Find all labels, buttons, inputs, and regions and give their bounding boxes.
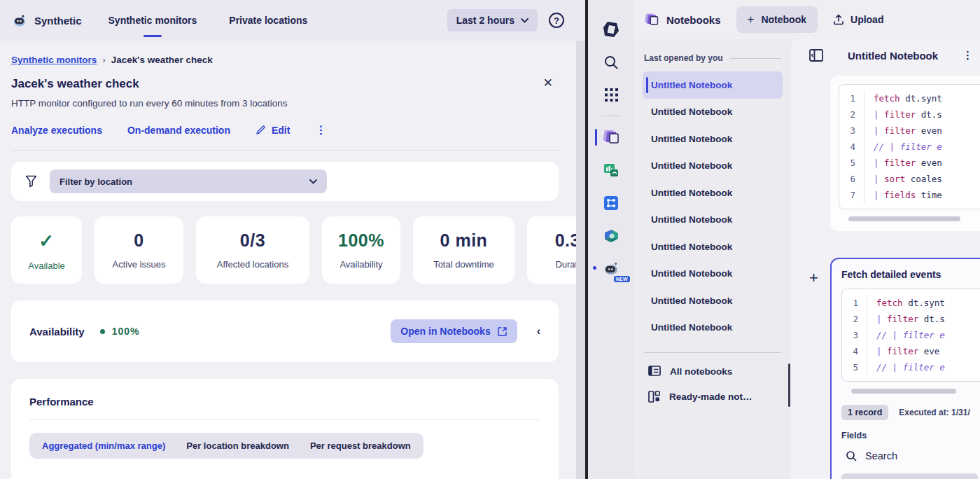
analyze-executions-button[interactable]: Analyze executions bbox=[11, 125, 102, 136]
code-text: // | filter e bbox=[867, 327, 945, 343]
ready-made-notebooks-item[interactable]: Ready-made not… bbox=[643, 384, 783, 410]
more-actions-kebab-icon[interactable]: ⋮ bbox=[315, 123, 326, 137]
fields-search-input[interactable]: Search bbox=[846, 450, 980, 461]
line-number: 5 bbox=[839, 155, 864, 171]
search-icon bbox=[846, 450, 857, 461]
token-co: // | filter e bbox=[874, 141, 942, 152]
time-range-selector[interactable]: Last 2 hours bbox=[447, 9, 538, 32]
app-identity: Synthetic bbox=[11, 12, 82, 29]
notebook-list-item[interactable]: Untitled Notebook bbox=[643, 287, 783, 314]
line-number: 2 bbox=[839, 106, 864, 123]
code-line: 5| filter even bbox=[839, 155, 980, 171]
edit-label: Edit bbox=[272, 125, 290, 136]
token-kw: filter bbox=[887, 346, 918, 356]
line-number: 1 bbox=[839, 90, 864, 106]
notebook-list-item[interactable]: Untitled Notebook bbox=[643, 125, 783, 153]
stat-value: 0 min bbox=[423, 230, 505, 251]
horizontal-scrollbar[interactable] bbox=[851, 389, 956, 394]
tab-private-locations[interactable]: Private locations bbox=[226, 0, 310, 41]
notebooks-title-group: Notebooks bbox=[644, 12, 721, 27]
dql-editor[interactable]: 1fetch dt.synt2| filter dt.s3| filter ev… bbox=[839, 84, 980, 209]
dashboards-app-icon[interactable] bbox=[588, 153, 634, 186]
last-opened-label: Last opened by you bbox=[644, 53, 723, 63]
divider bbox=[11, 150, 559, 151]
filter-bar: Filter by location bbox=[11, 162, 559, 201]
list-scrollbar[interactable] bbox=[788, 363, 790, 407]
open-in-notebooks-button[interactable]: Open in Notebooks bbox=[391, 319, 517, 343]
on-demand-execution-button[interactable]: On-demand execution bbox=[127, 125, 230, 136]
token-id: dt.synt bbox=[903, 298, 945, 308]
left-scrollbar-track[interactable] bbox=[576, 41, 585, 479]
code-text: | sort coales bbox=[864, 171, 942, 187]
kubernetes-app-icon[interactable] bbox=[588, 219, 634, 252]
upload-button[interactable]: Upload bbox=[833, 14, 883, 25]
collapse-panel-icon[interactable] bbox=[809, 49, 823, 62]
dql-editor[interactable]: 1fetch dt.synt2| filter dt.s3// | filter… bbox=[841, 289, 980, 382]
all-notebooks-label: All notebooks bbox=[670, 366, 732, 377]
perf-tab-per-location-breakdown[interactable]: Per location breakdown bbox=[186, 440, 289, 451]
collapse-chevron-icon[interactable]: ‹ bbox=[537, 325, 540, 338]
executed-at-label: Executed at: 1/31/ bbox=[899, 408, 969, 417]
notebook-list-item[interactable]: Untitled Notebook bbox=[643, 314, 783, 342]
code-line: 3// | filter e bbox=[842, 327, 980, 343]
close-icon[interactable]: ✕ bbox=[543, 77, 553, 89]
code-line: 4// | filter e bbox=[839, 139, 980, 155]
notebooks-app-icon[interactable] bbox=[588, 120, 634, 153]
notebook-list-item[interactable]: Untitled Notebook bbox=[643, 207, 783, 234]
notebook-list-item[interactable]: Untitled Notebook bbox=[643, 233, 783, 261]
status-dot bbox=[100, 329, 105, 334]
section-title: Fetch detailed events bbox=[841, 269, 980, 280]
edit-button[interactable]: Edit bbox=[255, 125, 290, 136]
stats-row: ✓Available0Active issues0/3Affected loca… bbox=[11, 216, 585, 284]
notebook-list-item[interactable]: Untitled Notebook bbox=[643, 179, 783, 207]
notebook-section-1: 1fetch dt.synt2| filter dt.s3| filter ev… bbox=[830, 76, 980, 231]
token-pu: | bbox=[874, 190, 884, 200]
upload-label: Upload bbox=[850, 14, 883, 25]
token-kw: fetch bbox=[876, 298, 903, 308]
line-number: 6 bbox=[839, 171, 864, 187]
dynatrace-logo-icon[interactable] bbox=[588, 13, 634, 46]
fields-label: Fields bbox=[841, 431, 980, 440]
perf-tab-per-request-breakdown[interactable]: Per request breakdown bbox=[310, 440, 411, 451]
token-pu: | bbox=[876, 314, 887, 324]
notebook-list-item[interactable]: Untitled Notebook bbox=[643, 153, 783, 180]
ready-made-label: Ready-made not… bbox=[669, 391, 752, 402]
new-notebook-button[interactable]: + Notebook bbox=[736, 6, 818, 33]
help-icon[interactable]: ? bbox=[549, 13, 564, 28]
add-section-button[interactable]: + bbox=[809, 269, 818, 287]
token-co: // | filter e bbox=[876, 330, 945, 340]
search-icon[interactable] bbox=[588, 46, 634, 78]
token-kw: filter bbox=[884, 125, 916, 136]
services-app-icon[interactable] bbox=[588, 186, 634, 219]
davis-copilot-icon[interactable]: NEW bbox=[588, 252, 634, 285]
line-number: 3 bbox=[839, 123, 864, 139]
app-grid-icon[interactable] bbox=[588, 78, 634, 111]
notebook-main-header: Untitled Notebook ⋮ bbox=[801, 49, 980, 62]
token-id: dt.s bbox=[918, 314, 945, 324]
stat-card-affected-locations: 0/3Affected locations bbox=[196, 216, 309, 284]
code-line: 3| filter even bbox=[839, 123, 980, 139]
breadcrumb: Synthetic monitors › Jacek's weather che… bbox=[11, 55, 559, 65]
breadcrumb-link-synthetic-monitors[interactable]: Synthetic monitors bbox=[11, 55, 97, 65]
notebook-list-item[interactable]: Untitled Notebook bbox=[643, 261, 783, 288]
notebook-list-item[interactable]: Untitled Notebook bbox=[643, 99, 783, 126]
horizontal-scrollbar[interactable] bbox=[848, 216, 960, 221]
search-placeholder: Search bbox=[865, 450, 897, 461]
performance-tabs: Aggregated (min/max range)Per location b… bbox=[29, 433, 424, 459]
code-text: | filter dt.s bbox=[867, 311, 945, 327]
availability-value: 100% bbox=[112, 326, 140, 337]
perf-tab-aggregated-min-max-range[interactable]: Aggregated (min/max range) bbox=[42, 440, 165, 451]
notebooks-body: Last opened by you Untitled NotebookUnti… bbox=[634, 39, 980, 479]
synthetic-robot-icon bbox=[11, 12, 28, 29]
notebook-kebab-icon[interactable]: ⋮ bbox=[962, 49, 973, 62]
monitor-description: HTTP monitor configured to run every 60 … bbox=[11, 98, 559, 109]
synthetic-app-window: Synthetic Synthetic monitorsPrivate loca… bbox=[0, 0, 585, 479]
field-chip-timestamp[interactable]: timestamp bbox=[841, 473, 978, 479]
all-notebooks-item[interactable]: All notebooks bbox=[643, 359, 783, 384]
filter-by-location-dropdown[interactable]: Filter by location bbox=[50, 169, 327, 193]
notebook-list-item[interactable]: Untitled Notebook bbox=[643, 71, 783, 99]
token-id: eve bbox=[918, 346, 939, 356]
code-text: | filter dt.s bbox=[864, 106, 942, 123]
tab-synthetic-monitors[interactable]: Synthetic monitors bbox=[106, 0, 200, 41]
token-co: // | filter e bbox=[876, 362, 945, 373]
